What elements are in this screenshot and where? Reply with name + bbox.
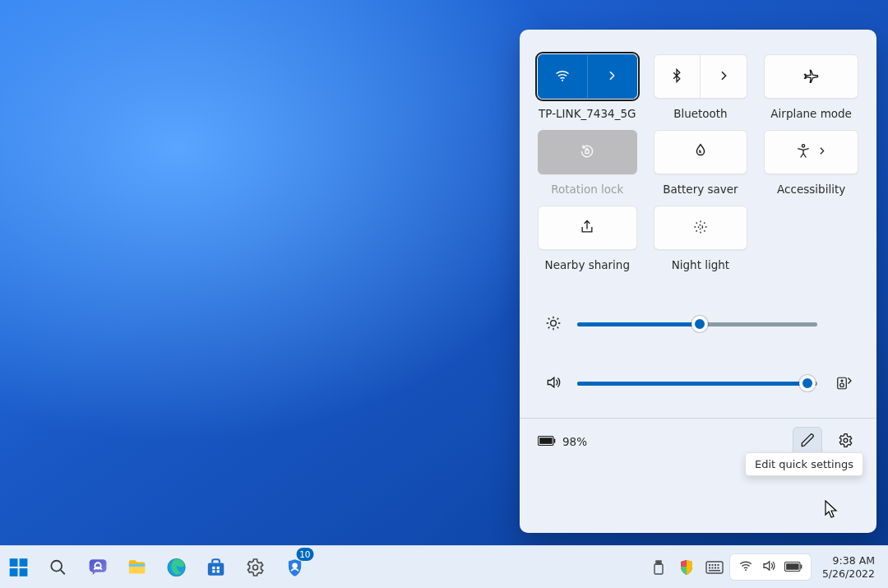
svg-rect-15 — [20, 568, 28, 576]
night-light-tile[interactable] — [654, 206, 748, 250]
svg-rect-28 — [217, 570, 220, 572]
tray-usb-icon[interactable] — [646, 551, 671, 584]
svg-rect-44 — [717, 567, 719, 568]
svg-rect-18 — [89, 559, 106, 572]
rotation-lock-icon — [579, 143, 595, 162]
clock-time: 9:38 AM — [822, 554, 875, 567]
svg-rect-36 — [709, 570, 720, 572]
svg-rect-33 — [657, 562, 658, 563]
tray-ime-icon[interactable] — [702, 551, 727, 584]
battery-icon — [784, 561, 802, 574]
search-button[interactable] — [41, 551, 76, 584]
quick-settings-panel: TP-LINK_7434_5G Bluetooth — [520, 30, 876, 533]
svg-rect-39 — [715, 564, 716, 566]
audio-output-button[interactable] — [832, 376, 852, 391]
gear-icon — [838, 433, 853, 451]
wifi-expand[interactable] — [588, 55, 636, 98]
svg-rect-10 — [554, 438, 556, 442]
svg-rect-37 — [709, 564, 710, 566]
svg-rect-1 — [585, 150, 589, 153]
brightness-icon — [545, 315, 562, 334]
volume-slider[interactable] — [544, 354, 852, 413]
wifi-icon — [554, 67, 571, 86]
svg-rect-12 — [10, 558, 18, 567]
rotation-lock-label: Rotation lock — [538, 183, 637, 196]
taskbar: 10 9:38 AM 5/26/2022 — [0, 545, 888, 588]
svg-point-4 — [551, 320, 557, 326]
airplane-icon — [803, 67, 820, 86]
rotation-lock-tile — [538, 130, 637, 174]
edge-button[interactable] — [160, 551, 194, 584]
svg-rect-43 — [715, 567, 716, 568]
wifi-icon — [738, 558, 753, 576]
tray-security-icon[interactable] — [674, 551, 699, 584]
svg-rect-24 — [208, 563, 224, 575]
wifi-tile[interactable] — [538, 54, 637, 99]
svg-rect-13 — [20, 558, 28, 567]
svg-point-7 — [841, 380, 843, 382]
share-icon — [579, 219, 595, 238]
svg-point-29 — [253, 565, 258, 570]
security-button[interactable]: 10 — [278, 551, 312, 584]
svg-point-30 — [292, 563, 298, 568]
svg-rect-14 — [10, 568, 18, 576]
battery-saver-tile[interactable] — [654, 130, 748, 174]
bluetooth-toggle[interactable] — [654, 55, 701, 98]
chevron-right-icon — [717, 69, 730, 85]
start-button[interactable] — [2, 551, 36, 584]
battery-saver-icon — [691, 142, 710, 163]
taskbar-clock[interactable]: 9:38 AM 5/26/2022 — [814, 554, 880, 580]
pencil-icon — [800, 433, 816, 451]
wifi-toggle[interactable] — [539, 55, 588, 98]
svg-rect-31 — [654, 564, 663, 574]
accessibility-icon — [795, 143, 812, 162]
nearby-sharing-label: Nearby sharing — [538, 258, 637, 271]
svg-rect-48 — [801, 564, 802, 568]
svg-point-3 — [698, 225, 702, 229]
badge-count: 10 — [296, 548, 313, 561]
bluetooth-icon — [669, 68, 684, 86]
svg-point-2 — [802, 144, 804, 146]
svg-point-6 — [840, 383, 844, 387]
svg-rect-47 — [786, 563, 798, 570]
settings-button[interactable] — [238, 551, 273, 584]
svg-rect-25 — [212, 566, 215, 568]
svg-rect-27 — [212, 570, 215, 572]
file-explorer-button[interactable] — [120, 551, 155, 584]
battery-icon — [538, 435, 556, 449]
bluetooth-expand[interactable] — [701, 55, 747, 98]
svg-rect-38 — [711, 564, 713, 566]
svg-point-16 — [51, 560, 62, 571]
airplane-label: Airplane mode — [764, 107, 858, 120]
clock-date: 5/26/2022 — [822, 567, 875, 581]
night-light-icon — [692, 219, 709, 238]
chevron-right-icon — [816, 146, 827, 159]
edit-tooltip: Edit quick settings — [745, 452, 863, 476]
svg-rect-34 — [659, 562, 660, 563]
speaker-icon — [545, 374, 562, 393]
svg-point-11 — [844, 438, 848, 442]
svg-rect-9 — [539, 438, 552, 444]
accessibility-tile[interactable] — [764, 130, 858, 174]
system-tray-group[interactable] — [730, 554, 811, 580]
airplane-tile[interactable] — [764, 54, 858, 99]
store-button[interactable] — [199, 551, 234, 584]
svg-rect-21 — [129, 563, 146, 566]
battery-text: 98% — [562, 435, 587, 448]
battery-status[interactable]: 98% — [538, 435, 587, 449]
svg-rect-40 — [717, 564, 719, 566]
bluetooth-label: Bluetooth — [654, 107, 748, 120]
taskbar-pinned-apps: 10 — [0, 546, 312, 588]
svg-rect-42 — [711, 567, 713, 568]
night-light-label: Night light — [654, 258, 748, 271]
svg-rect-41 — [709, 567, 710, 568]
chat-button[interactable] — [81, 551, 115, 584]
mouse-cursor — [825, 500, 839, 521]
accessibility-label: Accessibility — [764, 183, 858, 196]
wifi-label: TP-LINK_7434_5G — [538, 107, 637, 120]
svg-point-45 — [745, 569, 747, 571]
brightness-slider[interactable] — [544, 294, 852, 354]
nearby-sharing-tile[interactable] — [538, 206, 637, 250]
bluetooth-tile[interactable] — [654, 54, 748, 99]
svg-point-0 — [562, 79, 563, 81]
